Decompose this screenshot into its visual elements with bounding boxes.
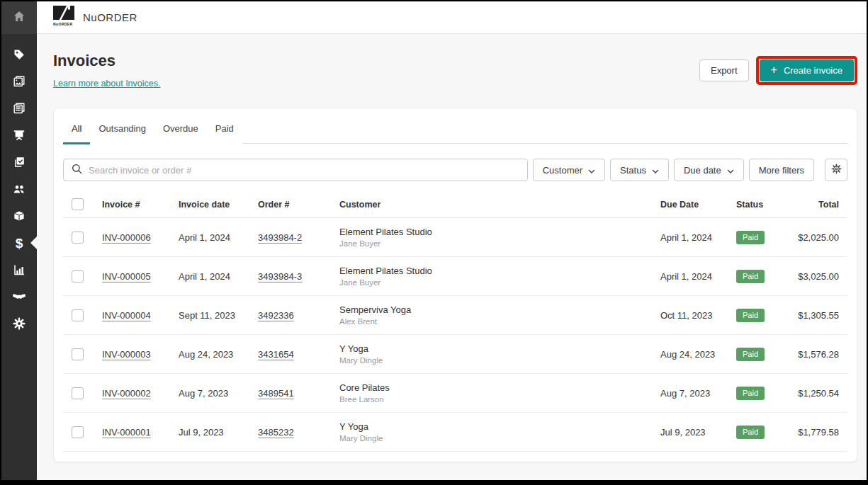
invoice-link[interactable]: INV-000001 bbox=[102, 427, 151, 438]
sidebar: $ bbox=[1, 1, 37, 480]
page-actions: Export + Create invoice bbox=[699, 56, 857, 85]
search-box bbox=[63, 159, 528, 181]
tab-paid[interactable]: Paid bbox=[207, 117, 242, 144]
create-invoice-label: Create invoice bbox=[784, 65, 842, 76]
sidebar-item-home[interactable] bbox=[1, 1, 37, 34]
chevron-down-icon bbox=[588, 165, 595, 176]
customer-filter-dropdown[interactable]: Customer bbox=[533, 159, 605, 181]
row-checkbox[interactable] bbox=[72, 270, 84, 283]
invoice-date-cell: April 1, 2024 bbox=[179, 232, 258, 243]
col-header-invoice-date: Invoice date bbox=[179, 200, 258, 210]
tag-icon bbox=[12, 47, 26, 62]
order-link[interactable]: 3492336 bbox=[258, 310, 294, 321]
due-date-cell: Jul 9, 2023 bbox=[660, 427, 736, 438]
more-filters-button[interactable]: More filters bbox=[749, 159, 814, 181]
sidebar-item-presentations[interactable] bbox=[1, 122, 37, 149]
order-link[interactable]: 3493984-3 bbox=[258, 271, 302, 282]
plus-icon: + bbox=[771, 64, 777, 76]
row-checkbox[interactable] bbox=[72, 309, 84, 321]
sidebar-item-orders[interactable] bbox=[1, 149, 37, 176]
select-all-checkbox[interactable] bbox=[72, 198, 84, 210]
col-header-status: Status bbox=[736, 200, 782, 210]
sidebar-nav: $ bbox=[1, 34, 37, 337]
sidebar-item-analytics[interactable] bbox=[1, 256, 37, 283]
order-link[interactable]: 3431654 bbox=[258, 349, 294, 360]
col-header-due-date: Due Date bbox=[660, 200, 736, 210]
table-row: INV-000002 Aug 7, 2023 3489541 Core Pila… bbox=[63, 374, 847, 413]
status-badge: Paid bbox=[736, 231, 765, 244]
app-window: $ bbox=[1, 1, 867, 480]
chevron-down-icon bbox=[727, 165, 734, 176]
export-button[interactable]: Export bbox=[699, 59, 749, 81]
page-content: Invoices Learn more about Invoices. Expo… bbox=[37, 34, 867, 480]
total-cell: $1,305.55 bbox=[782, 310, 839, 321]
table-settings-button[interactable] bbox=[825, 159, 847, 181]
tab-all[interactable]: All bbox=[63, 117, 90, 144]
search-icon bbox=[71, 163, 83, 178]
main-area: NuORDER NuORDER Invoices Learn more abou… bbox=[37, 1, 867, 480]
invoice-date-cell: April 1, 2024 bbox=[179, 271, 258, 282]
tab-outstanding[interactable]: Outsanding bbox=[90, 117, 154, 144]
row-checkbox[interactable] bbox=[72, 348, 84, 360]
table-row: INV-000004 Sept 11, 2023 3492336 Semperv… bbox=[63, 296, 847, 335]
sidebar-item-catalogs[interactable] bbox=[1, 68, 37, 95]
invoice-link[interactable]: INV-000002 bbox=[102, 388, 151, 399]
row-checkbox[interactable] bbox=[72, 232, 84, 244]
customer-name: Element Pilates Studio bbox=[339, 266, 660, 276]
customer-contact: Mary Dingle bbox=[339, 356, 660, 365]
invoice-link[interactable]: INV-000005 bbox=[102, 271, 151, 282]
invoice-date-cell: Aug 7, 2023 bbox=[179, 388, 258, 399]
row-checkbox[interactable] bbox=[72, 387, 84, 399]
customer-name: Core Pilates bbox=[339, 382, 660, 393]
customer-name: Y Yoga bbox=[339, 421, 660, 432]
bar-chart-icon bbox=[12, 263, 26, 277]
order-link[interactable]: 3493984-2 bbox=[258, 232, 302, 243]
nuorder-logo-mark: NuORDER bbox=[53, 6, 76, 29]
tab-bar: All Outsanding Overdue Paid bbox=[54, 108, 857, 144]
sidebar-item-inventory[interactable] bbox=[1, 202, 37, 229]
tab-overdue[interactable]: Overdue bbox=[154, 117, 207, 144]
status-badge: Paid bbox=[736, 426, 765, 439]
col-header-invoice: Invoice # bbox=[102, 200, 179, 210]
order-link[interactable]: 3489541 bbox=[258, 388, 294, 399]
total-cell: $1,576.28 bbox=[782, 349, 839, 360]
dollar-icon: $ bbox=[16, 236, 23, 250]
sidebar-item-payments[interactable]: $ bbox=[1, 229, 37, 256]
order-link[interactable]: 3485232 bbox=[258, 427, 294, 438]
customer-contact: Jane Buyer bbox=[339, 239, 660, 248]
screenshot-frame: $ bbox=[0, 0, 868, 485]
col-header-total: Total bbox=[782, 200, 839, 210]
learn-more-link[interactable]: Learn more about Invoices. bbox=[53, 79, 160, 89]
sidebar-item-linesheets[interactable] bbox=[1, 95, 37, 122]
invoice-link[interactable]: INV-000004 bbox=[102, 310, 151, 321]
package-box-icon bbox=[12, 209, 26, 223]
sidebar-item-products-tag[interactable] bbox=[1, 41, 37, 68]
sidebar-item-customers[interactable] bbox=[1, 176, 37, 202]
nuorder-logo[interactable]: NuORDER NuORDER bbox=[53, 6, 137, 29]
top-header: NuORDER NuORDER bbox=[37, 1, 867, 34]
catalog-icon bbox=[12, 74, 26, 89]
due-date-filter-dropdown[interactable]: Due date bbox=[674, 159, 744, 181]
row-checkbox[interactable] bbox=[72, 426, 84, 438]
customers-icon bbox=[12, 182, 26, 196]
invoice-link[interactable]: INV-000003 bbox=[102, 349, 151, 360]
filter-toolbar: Customer Status Due date More filte bbox=[54, 159, 857, 181]
total-cell: $1,250.54 bbox=[782, 388, 839, 399]
invoices-card: All Outsanding Overdue Paid bbox=[53, 108, 857, 462]
status-badge: Paid bbox=[736, 270, 765, 283]
active-page-indicator bbox=[30, 236, 37, 249]
invoice-date-cell: Aug 24, 2023 bbox=[179, 349, 258, 360]
chevron-down-icon bbox=[652, 165, 659, 176]
search-input[interactable] bbox=[89, 165, 520, 176]
brand-wordmark: NuORDER bbox=[83, 11, 137, 23]
create-invoice-button[interactable]: + Create invoice bbox=[760, 59, 854, 81]
status-filter-dropdown[interactable]: Status bbox=[610, 159, 669, 181]
invoice-link[interactable]: INV-000006 bbox=[102, 232, 151, 243]
sidebar-item-settings[interactable] bbox=[1, 310, 37, 337]
customer-contact: Mary Dingle bbox=[339, 434, 660, 443]
table-header-row: Invoice # Invoice date Order # Customer … bbox=[63, 191, 847, 218]
total-cell: $1,779.58 bbox=[782, 427, 839, 438]
table-row: INV-000001 Jul 9, 2023 3485232 Y Yoga Ma… bbox=[63, 413, 847, 452]
page-title: Invoices bbox=[53, 52, 160, 70]
sidebar-item-partners[interactable] bbox=[1, 283, 37, 310]
